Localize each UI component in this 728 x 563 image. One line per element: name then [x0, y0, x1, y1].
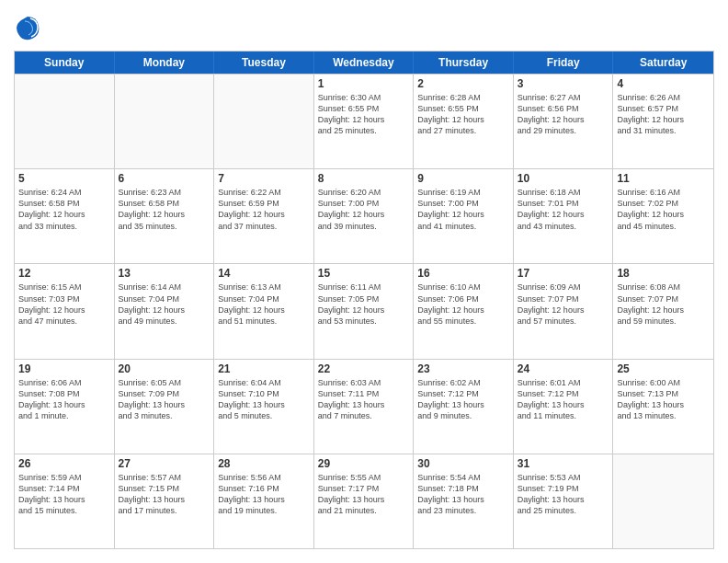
day-number: 31 [518, 457, 609, 470]
day-number: 8 [318, 172, 410, 185]
day-number: 25 [617, 362, 710, 375]
day-number: 20 [119, 362, 210, 375]
calendar-cell-26: 26Sunrise: 5:59 AM Sunset: 7:14 PM Dayli… [15, 454, 115, 548]
day-info: Sunrise: 5:56 AM Sunset: 7:16 PM Dayligh… [218, 472, 310, 517]
day-number: 7 [218, 172, 310, 185]
day-info: Sunrise: 6:27 AM Sunset: 6:56 PM Dayligh… [518, 92, 609, 137]
calendar-cell-12: 12Sunrise: 6:15 AM Sunset: 7:03 PM Dayli… [15, 264, 115, 358]
calendar-cell-3: 3Sunrise: 6:27 AM Sunset: 6:56 PM Daylig… [514, 75, 614, 168]
calendar-cell-2: 2Sunrise: 6:28 AM Sunset: 6:55 PM Daylig… [414, 75, 514, 168]
calendar-body: 1Sunrise: 6:30 AM Sunset: 6:55 PM Daylig… [15, 74, 713, 548]
day-info: Sunrise: 6:13 AM Sunset: 7:04 PM Dayligh… [218, 282, 310, 327]
day-number: 15 [318, 267, 410, 280]
calendar-cell-24: 24Sunrise: 6:01 AM Sunset: 7:12 PM Dayli… [514, 360, 614, 454]
calendar-cell-28: 28Sunrise: 5:56 AM Sunset: 7:16 PM Dayli… [214, 454, 314, 548]
calendar-row-2: 12Sunrise: 6:15 AM Sunset: 7:03 PM Dayli… [15, 263, 713, 358]
header-day-friday: Friday [514, 52, 614, 74]
day-number: 22 [318, 362, 410, 375]
day-number: 21 [218, 362, 310, 375]
calendar-cell-7: 7Sunrise: 6:22 AM Sunset: 6:59 PM Daylig… [214, 169, 314, 263]
calendar-cell-13: 13Sunrise: 6:14 AM Sunset: 7:04 PM Dayli… [115, 264, 215, 358]
day-number: 19 [18, 362, 110, 375]
day-number: 4 [617, 77, 710, 90]
day-number: 13 [119, 267, 210, 280]
calendar-cell-8: 8Sunrise: 6:20 AM Sunset: 7:00 PM Daylig… [314, 169, 415, 263]
calendar-cell-empty [214, 75, 314, 168]
day-number: 11 [617, 172, 710, 185]
header-day-wednesday: Wednesday [314, 52, 415, 74]
day-info: Sunrise: 6:14 AM Sunset: 7:04 PM Dayligh… [119, 282, 210, 327]
day-info: Sunrise: 5:53 AM Sunset: 7:19 PM Dayligh… [518, 472, 609, 517]
calendar-cell-1: 1Sunrise: 6:30 AM Sunset: 6:55 PM Daylig… [314, 75, 415, 168]
day-number: 2 [417, 77, 509, 90]
day-info: Sunrise: 6:03 AM Sunset: 7:11 PM Dayligh… [318, 377, 410, 422]
day-number: 24 [518, 362, 609, 375]
calendar-cell-25: 25Sunrise: 6:00 AM Sunset: 7:13 PM Dayli… [613, 360, 713, 454]
header-day-thursday: Thursday [414, 52, 514, 74]
day-number: 18 [617, 267, 710, 280]
day-info: Sunrise: 5:55 AM Sunset: 7:17 PM Dayligh… [318, 472, 410, 517]
day-number: 17 [518, 267, 609, 280]
calendar-row-1: 5Sunrise: 6:24 AM Sunset: 6:58 PM Daylig… [15, 168, 713, 263]
day-info: Sunrise: 6:05 AM Sunset: 7:09 PM Dayligh… [119, 377, 210, 422]
calendar-cell-27: 27Sunrise: 5:57 AM Sunset: 7:15 PM Dayli… [115, 454, 215, 548]
day-number: 26 [18, 457, 110, 470]
calendar-cell-11: 11Sunrise: 6:16 AM Sunset: 7:02 PM Dayli… [613, 169, 713, 263]
day-info: Sunrise: 6:00 AM Sunset: 7:13 PM Dayligh… [617, 377, 710, 422]
day-info: Sunrise: 6:22 AM Sunset: 6:59 PM Dayligh… [218, 187, 310, 232]
day-number: 10 [518, 172, 609, 185]
day-info: Sunrise: 6:15 AM Sunset: 7:03 PM Dayligh… [18, 282, 110, 327]
calendar-cell-18: 18Sunrise: 6:08 AM Sunset: 7:07 PM Dayli… [613, 264, 713, 358]
calendar-cell-22: 22Sunrise: 6:03 AM Sunset: 7:11 PM Dayli… [314, 360, 415, 454]
day-info: Sunrise: 6:24 AM Sunset: 6:58 PM Dayligh… [18, 187, 110, 232]
day-number: 6 [119, 172, 210, 185]
day-number: 16 [417, 267, 509, 280]
day-number: 27 [119, 457, 210, 470]
day-number: 23 [417, 362, 509, 375]
calendar-row-4: 26Sunrise: 5:59 AM Sunset: 7:14 PM Dayli… [15, 454, 713, 548]
calendar-cell-17: 17Sunrise: 6:09 AM Sunset: 7:07 PM Dayli… [514, 264, 614, 358]
day-info: Sunrise: 6:16 AM Sunset: 7:02 PM Dayligh… [617, 187, 710, 232]
calendar-cell-4: 4Sunrise: 6:26 AM Sunset: 6:57 PM Daylig… [613, 75, 713, 168]
calendar-row-3: 19Sunrise: 6:06 AM Sunset: 7:08 PM Dayli… [15, 359, 713, 454]
day-number: 12 [18, 267, 110, 280]
day-info: Sunrise: 6:06 AM Sunset: 7:08 PM Dayligh… [18, 377, 110, 422]
day-info: Sunrise: 5:57 AM Sunset: 7:15 PM Dayligh… [119, 472, 210, 517]
day-info: Sunrise: 6:20 AM Sunset: 7:00 PM Dayligh… [318, 187, 410, 232]
day-info: Sunrise: 6:09 AM Sunset: 7:07 PM Dayligh… [518, 282, 609, 327]
day-info: Sunrise: 6:19 AM Sunset: 7:00 PM Dayligh… [417, 187, 509, 232]
day-info: Sunrise: 6:18 AM Sunset: 7:01 PM Dayligh… [518, 187, 609, 232]
day-info: Sunrise: 6:28 AM Sunset: 6:55 PM Dayligh… [417, 92, 509, 137]
calendar: SundayMondayTuesdayWednesdayThursdayFrid… [14, 51, 714, 549]
logo-icon [14, 14, 41, 41]
calendar-cell-9: 9Sunrise: 6:19 AM Sunset: 7:00 PM Daylig… [414, 169, 514, 263]
calendar-cell-21: 21Sunrise: 6:04 AM Sunset: 7:10 PM Dayli… [214, 360, 314, 454]
day-info: Sunrise: 6:26 AM Sunset: 6:57 PM Dayligh… [617, 92, 710, 137]
logo [14, 14, 45, 41]
calendar-cell-31: 31Sunrise: 5:53 AM Sunset: 7:19 PM Dayli… [514, 454, 614, 548]
header-day-saturday: Saturday [613, 52, 713, 74]
calendar-cell-empty [613, 454, 713, 548]
calendar-cell-5: 5Sunrise: 6:24 AM Sunset: 6:58 PM Daylig… [15, 169, 115, 263]
calendar-cell-15: 15Sunrise: 6:11 AM Sunset: 7:05 PM Dayli… [314, 264, 415, 358]
day-info: Sunrise: 5:54 AM Sunset: 7:18 PM Dayligh… [417, 472, 509, 517]
calendar-cell-29: 29Sunrise: 5:55 AM Sunset: 7:17 PM Dayli… [314, 454, 415, 548]
header-day-monday: Monday [115, 52, 215, 74]
calendar-cell-14: 14Sunrise: 6:13 AM Sunset: 7:04 PM Dayli… [214, 264, 314, 358]
calendar-cell-30: 30Sunrise: 5:54 AM Sunset: 7:18 PM Dayli… [414, 454, 514, 548]
calendar-cell-19: 19Sunrise: 6:06 AM Sunset: 7:08 PM Dayli… [15, 360, 115, 454]
day-info: Sunrise: 6:30 AM Sunset: 6:55 PM Dayligh… [318, 92, 410, 137]
day-info: Sunrise: 6:11 AM Sunset: 7:05 PM Dayligh… [318, 282, 410, 327]
header-day-sunday: Sunday [15, 52, 115, 74]
calendar-cell-10: 10Sunrise: 6:18 AM Sunset: 7:01 PM Dayli… [514, 169, 614, 263]
day-number: 9 [417, 172, 509, 185]
day-info: Sunrise: 5:59 AM Sunset: 7:14 PM Dayligh… [18, 472, 110, 517]
day-info: Sunrise: 6:04 AM Sunset: 7:10 PM Dayligh… [218, 377, 310, 422]
day-info: Sunrise: 6:23 AM Sunset: 6:58 PM Dayligh… [119, 187, 210, 232]
calendar-cell-empty [15, 75, 115, 168]
calendar-cell-6: 6Sunrise: 6:23 AM Sunset: 6:58 PM Daylig… [115, 169, 215, 263]
day-number: 5 [18, 172, 110, 185]
day-number: 28 [218, 457, 310, 470]
day-info: Sunrise: 6:02 AM Sunset: 7:12 PM Dayligh… [417, 377, 509, 422]
calendar-cell-23: 23Sunrise: 6:02 AM Sunset: 7:12 PM Dayli… [414, 360, 514, 454]
